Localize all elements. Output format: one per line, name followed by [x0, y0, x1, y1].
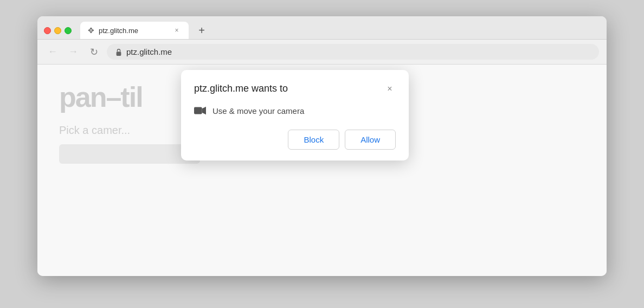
tab-close-icon[interactable]: × — [172, 26, 181, 35]
forward-button[interactable]: → — [66, 44, 81, 60]
tab-drag-icon: ✥ — [88, 26, 94, 35]
svg-rect-1 — [194, 107, 202, 114]
popup-actions: Block Allow — [194, 130, 396, 150]
block-button[interactable]: Block — [288, 130, 339, 150]
browser-tab[interactable]: ✥ ptz.glitch.me × — [80, 22, 189, 39]
svg-rect-0 — [117, 52, 121, 56]
popup-overlay: ptz.glitch.me wants to × Use & move your… — [37, 65, 607, 276]
maximize-button[interactable] — [65, 27, 72, 34]
address-bar[interactable]: ptz.glitch.me — [107, 44, 599, 60]
allow-button[interactable]: Allow — [345, 130, 396, 150]
svg-marker-2 — [202, 107, 206, 115]
close-button[interactable] — [44, 27, 51, 34]
popup-close-button[interactable]: × — [384, 83, 396, 95]
lock-icon — [114, 48, 123, 56]
permission-text: Use & move your camera — [212, 106, 304, 116]
back-button[interactable]: ← — [45, 44, 60, 60]
title-bar: ✥ ptz.glitch.me × + — [37, 16, 607, 40]
traffic-lights — [44, 27, 72, 34]
tab-title: ptz.glitch.me — [99, 27, 168, 35]
reload-button[interactable]: ↻ — [86, 44, 101, 60]
new-tab-button[interactable]: + — [194, 23, 209, 38]
page-content: pan–til Pick a camer... ptz.glitch.me wa… — [37, 65, 607, 276]
minimize-button[interactable] — [54, 27, 61, 34]
browser-window: ✥ ptz.glitch.me × + ← → ↻ ptz.glitch.me … — [37, 16, 607, 276]
camera-icon — [194, 105, 206, 117]
popup-permission-row: Use & move your camera — [194, 105, 396, 117]
nav-bar: ← → ↻ ptz.glitch.me — [37, 40, 607, 65]
popup-header: ptz.glitch.me wants to × — [194, 83, 396, 95]
address-text: ptz.glitch.me — [126, 47, 172, 56]
permission-popup: ptz.glitch.me wants to × Use & move your… — [181, 70, 409, 161]
popup-title: ptz.glitch.me wants to — [194, 83, 288, 94]
